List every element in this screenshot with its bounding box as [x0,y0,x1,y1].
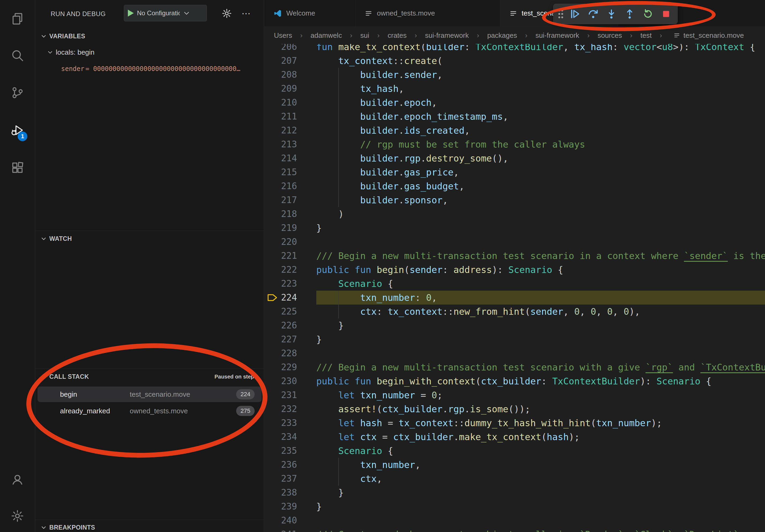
code-line[interactable]: 227} [264,333,765,346]
code-line[interactable]: 220 [264,235,765,249]
line-number-gutter[interactable]: 226 [264,319,316,333]
line-number-gutter[interactable]: 228 [264,346,316,360]
code-line-text[interactable]: /// Creates and shares system objects, a… [316,527,765,532]
code-line-text[interactable]: // rgp must be set from the caller alway… [316,137,765,151]
line-number-gutter[interactable]: 234 [264,430,316,444]
code-line-text[interactable]: txn_number: 0, [316,291,765,305]
code-line[interactable]: 211 builder.epoch_timestamp_ms, [264,110,765,124]
line-number-gutter[interactable]: 223 [264,277,316,291]
breadcrumb-item[interactable]: test [622,31,652,40]
line-number-gutter[interactable]: 241 [264,527,316,532]
breadcrumb-item[interactable]: Users [274,31,292,40]
line-number-gutter[interactable]: 236 [264,458,316,472]
code-line[interactable]: 230public fun begin_with_context(ctx_bui… [264,374,765,388]
variable-row[interactable]: sender = 0000000000000000000000000000000… [35,63,264,75]
code-line-text[interactable]: let ctx = ctx_builder.make_tx_context(ha… [316,430,765,444]
line-number-gutter[interactable]: 221 [264,249,316,263]
line-number-gutter[interactable]: 209 [264,82,316,96]
tab-owned-tests[interactable]: owned_tests.move [356,0,500,27]
more-actions-button[interactable]: ⋯ [239,6,253,20]
code-line-text[interactable]: builder.sponsor, [316,193,765,207]
line-number-gutter[interactable]: 213 [264,137,316,151]
code-line[interactable]: 237 ctx, [264,472,765,486]
code-line[interactable]: 216 builder.gas_budget, [264,179,765,193]
code-line[interactable]: 239} [264,500,765,513]
breadcrumb-item[interactable]: packages [469,31,517,40]
code-line[interactable]: 229/// Begin a new multi-transaction tes… [264,360,765,374]
code-line-text[interactable]: Scenario { [316,277,765,291]
code-line[interactable]: 223 Scenario { [264,277,765,291]
code-line[interactable]: 217 builder.sponsor, [264,193,765,207]
code-line[interactable]: 228 [264,346,765,360]
line-number-gutter[interactable]: 215 [264,165,316,179]
code-line[interactable]: 222public fun begin(sender: address): Sc… [264,263,765,277]
code-line-text[interactable]: ctx: tx_context::new_from_hint(sender, 0… [316,305,765,319]
line-number-gutter[interactable]: 211 [264,110,316,124]
breadcrumb-item[interactable]: adamwelc [292,31,342,40]
line-number-gutter[interactable]: 224 [264,291,316,305]
code-line-text[interactable]: /// Begin a new multi-transaction test s… [316,360,765,374]
line-number-gutter[interactable]: 222 [264,263,316,277]
line-number-gutter[interactable]: 220 [264,235,316,249]
continue-button[interactable] [566,6,583,22]
activity-search[interactable] [0,41,35,70]
section-call-stack[interactable]: CALL STACK Paused on step [35,371,264,383]
line-number-gutter[interactable]: 237 [264,472,316,486]
code-line[interactable]: 234 let ctx = ctx_builder.make_tx_contex… [264,430,765,444]
step-into-button[interactable] [603,6,620,22]
code-line-text[interactable] [316,346,765,360]
start-debug-icon[interactable] [128,10,134,17]
line-number-gutter[interactable]: 233 [264,416,316,430]
code-line[interactable]: 235 Scenario { [264,444,765,458]
step-out-button[interactable] [621,6,638,22]
code-line-text[interactable]: ctx, [316,472,765,486]
line-number-gutter[interactable]: 218 [264,207,316,221]
line-number-gutter[interactable]: 240 [264,513,316,527]
code-line-text[interactable]: builder.sender, [316,68,765,82]
breadcrumb-item[interactable]: sui [342,31,370,40]
breadcrumb-item[interactable]: crates [370,31,406,40]
code-line-text[interactable]: assert!(ctx_builder.rgp.is_some()); [316,402,765,416]
breadcrumb-item[interactable]: sources [579,31,622,40]
debug-config-dropdown[interactable]: No Configurations [124,5,207,21]
code-line[interactable]: 225 ctx: tx_context::new_from_hint(sende… [264,305,765,319]
code-line-text[interactable]: } [316,486,765,500]
code-line[interactable]: 231 let txn_number = 0; [264,388,765,402]
activity-settings[interactable] [0,501,35,531]
variables-scope-row[interactable]: locals: begin [35,46,264,58]
activity-run-and-debug[interactable]: 1 [0,116,35,145]
code-line-text[interactable]: builder.epoch_timestamp_ms, [316,110,765,124]
line-number-gutter[interactable]: 232 [264,402,316,416]
code-line[interactable]: 209 tx_hash, [264,82,765,96]
code-line[interactable]: 240 [264,513,765,527]
step-over-button[interactable] [585,6,602,22]
line-number-gutter[interactable]: 210 [264,96,316,110]
code-line-text[interactable]: builder.ids_created, [316,124,765,137]
code-line-text[interactable]: /// Begin a new multi-transaction test s… [316,249,765,263]
code-line[interactable]: 236 txn_number, [264,458,765,472]
restart-button[interactable] [639,6,656,22]
tab-welcome[interactable]: Welcome [264,0,356,27]
line-number-gutter[interactable]: 212 [264,124,316,137]
code-line-text[interactable]: } [316,319,765,333]
line-number-gutter[interactable]: 238 [264,486,316,500]
activity-accounts[interactable] [0,464,35,494]
code-line-text[interactable]: public fun begin(sender: address): Scena… [316,263,765,277]
code-line[interactable]: 213 // rgp must be set from the caller a… [264,137,765,151]
code-line-text[interactable]: builder.rgp.destroy_some(), [316,151,765,165]
code-line[interactable]: 206fun make_tx_context(builder: TxContex… [264,44,765,54]
code-line-text[interactable]: builder.gas_price, [316,165,765,179]
code-line-text[interactable]: txn_number, [316,458,765,472]
code-line-text[interactable] [316,513,765,527]
code-line-text[interactable]: builder.epoch, [316,96,765,110]
activity-explorer[interactable] [0,4,35,33]
line-number-gutter[interactable]: 231 [264,388,316,402]
line-number-gutter[interactable]: 217 [264,193,316,207]
line-number-gutter[interactable]: 239 [264,500,316,513]
code-line[interactable]: 219} [264,221,765,235]
code-line-text[interactable]: Scenario { [316,444,765,458]
code-line-text[interactable]: tx_hash, [316,82,765,96]
code-line[interactable]: 207 tx_context::create( [264,54,765,68]
section-variables[interactable]: VARIABLES [35,30,264,42]
stack-frame[interactable]: begin test_scenario.move 224 [38,387,262,402]
